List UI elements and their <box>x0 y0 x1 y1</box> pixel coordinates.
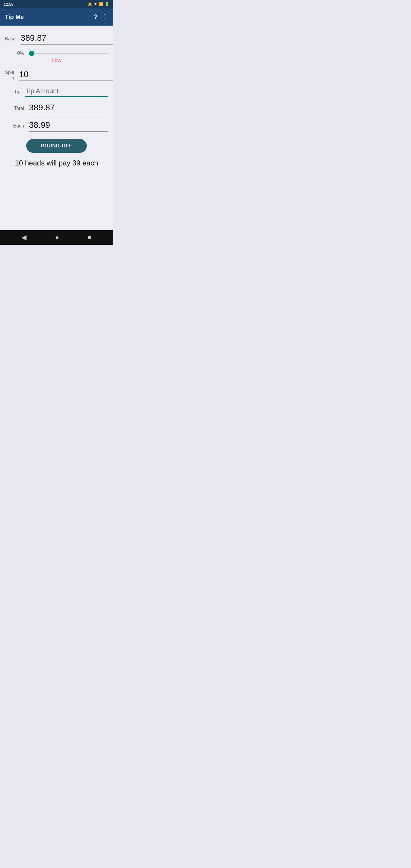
main-content: Base 0% Low Split in Tip Total 389.87 Ea… <box>0 26 113 230</box>
dark-mode-icon[interactable]: ☾ <box>102 13 108 21</box>
back-nav-icon[interactable]: ◀ <box>22 234 27 241</box>
home-nav-icon[interactable]: ● <box>55 234 59 241</box>
tip-label: Tip <box>5 89 25 95</box>
total-value: 389.87 <box>29 103 108 114</box>
signal-icon: 📶 <box>99 2 103 6</box>
total-row: Total 389.87 <box>5 103 108 114</box>
split-row: Split in <box>5 70 108 81</box>
summary-row: 10 heads will pay 39 each <box>5 159 108 167</box>
tip-level-text: Low <box>52 57 61 64</box>
slider-row: 0% <box>5 51 108 56</box>
status-icons: 🔔 ▼ 📶 🔋 <box>88 2 109 6</box>
split-label: Split in <box>5 70 19 81</box>
slider-container[interactable] <box>29 53 108 54</box>
status-time: 12:58 <box>4 2 13 7</box>
round-off-button[interactable]: ROUND-OFF <box>26 139 87 153</box>
app-title: Tip Me <box>5 13 24 21</box>
battery-icon: 🔋 <box>105 2 109 6</box>
tip-slider[interactable] <box>29 53 108 54</box>
base-label: Base <box>5 36 21 41</box>
tip-level-row: Low <box>5 57 108 64</box>
each-label: Each <box>5 123 29 129</box>
tip-row: Tip <box>5 87 108 97</box>
slider-percent-label: 0% <box>5 51 29 56</box>
tip-input[interactable] <box>25 87 108 97</box>
each-row: Each 38.99 <box>5 120 108 132</box>
nav-bar: ◀ ● ■ <box>0 230 113 245</box>
wifi-icon: ▼ <box>94 2 97 6</box>
notification-icon: 🔔 <box>88 2 92 6</box>
status-bar: 12:58 🔔 ▼ 📶 🔋 <box>0 0 113 8</box>
button-row: ROUND-OFF <box>5 139 108 153</box>
app-bar: Tip Me ? ☾ <box>0 8 113 25</box>
help-icon[interactable]: ? <box>94 13 97 21</box>
recent-nav-icon[interactable]: ■ <box>87 234 91 241</box>
each-value: 38.99 <box>29 120 108 132</box>
summary-text: 10 heads will pay 39 each <box>15 159 98 167</box>
base-row: Base <box>5 33 108 44</box>
total-label: Total <box>5 106 29 111</box>
split-input[interactable] <box>19 70 113 81</box>
base-input[interactable] <box>21 33 113 44</box>
app-bar-actions: ? ☾ <box>94 13 108 21</box>
